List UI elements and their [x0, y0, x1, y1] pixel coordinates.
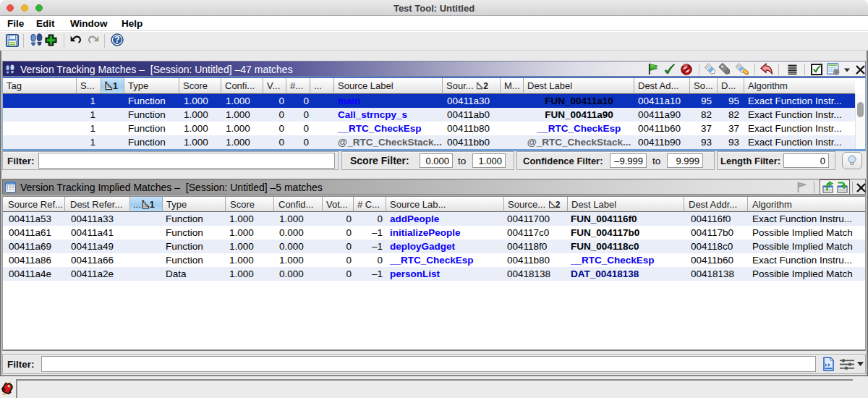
svg-text:?: ?: [114, 35, 119, 45]
